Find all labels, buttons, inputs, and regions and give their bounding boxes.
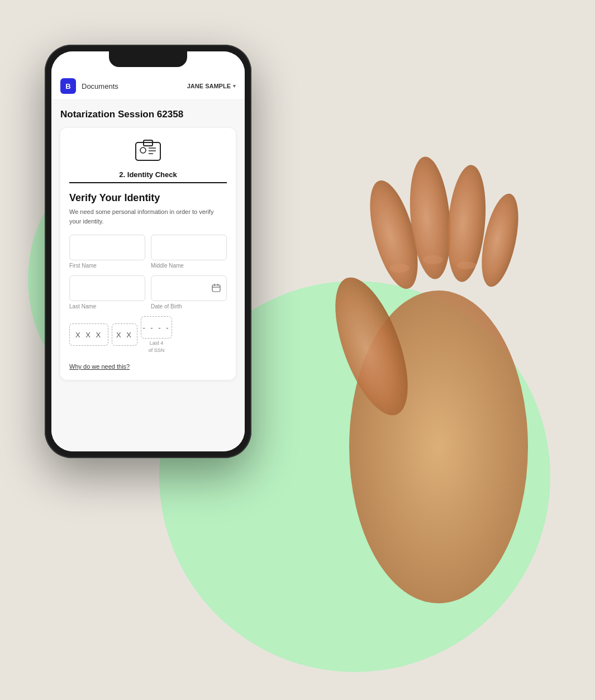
ssn-segment-3-wrapper: - - - - Last 4 of SSN xyxy=(141,316,172,353)
svg-point-14 xyxy=(443,164,490,284)
ssn-seg1-text: X X X xyxy=(75,331,102,339)
last-name-label: Last Name xyxy=(69,303,145,309)
svg-rect-0 xyxy=(136,142,160,160)
logo-letter: B xyxy=(65,82,70,91)
calendar-icon xyxy=(212,283,221,294)
first-name-field: First Name xyxy=(69,235,145,269)
ssn-row: X X X X X - - - - Last 4 xyxy=(69,316,227,353)
ssn-segment-2-wrapper: X X xyxy=(112,323,137,346)
svg-point-15 xyxy=(475,191,525,290)
identity-badge-icon xyxy=(134,138,163,165)
svg-point-12 xyxy=(360,175,427,293)
identity-card: 2. Identity Check Verify Your Identity W… xyxy=(60,128,236,380)
ssn-of-label: of SSN xyxy=(149,347,165,353)
nav-documents-link[interactable]: Documents xyxy=(82,82,118,91)
dob-label: Date of Birth xyxy=(151,303,227,309)
ssn-segment-1[interactable]: X X X xyxy=(69,323,108,346)
svg-point-17 xyxy=(423,255,443,264)
verify-title: Verify Your Identity xyxy=(69,192,227,204)
middle-name-field: Middle Name xyxy=(151,235,227,269)
first-name-label: First Name xyxy=(69,263,145,269)
ssn-segment-3[interactable]: - - - - xyxy=(141,316,172,339)
middle-name-input[interactable] xyxy=(151,235,227,260)
svg-rect-6 xyxy=(212,285,220,292)
last-name-field: Last Name xyxy=(69,275,145,309)
ssn-segment-2[interactable]: X X xyxy=(112,323,137,346)
last-name-input[interactable] xyxy=(69,275,145,301)
ssn-last4-label: Last 4 xyxy=(150,340,164,346)
verify-desc: We need some personal information in ord… xyxy=(69,207,227,226)
svg-point-18 xyxy=(457,261,476,269)
nav-chevron-icon: ▾ xyxy=(233,83,236,89)
form-row-dob: Last Name xyxy=(69,275,227,309)
page-title: Notarization Session 62358 xyxy=(60,109,236,120)
ssn-seg2-text: X X xyxy=(116,331,133,339)
dob-field: Date of Birth xyxy=(151,275,227,309)
nav-logo: B xyxy=(60,78,76,94)
step-header: 2. Identity Check xyxy=(69,138,227,183)
ssn-seg3-text: - - - - xyxy=(142,323,170,332)
phone-frame: B Documents JANE SAMPLE ▾ Notarization S… xyxy=(45,45,251,458)
nav-user-menu[interactable]: JANE SAMPLE ▾ xyxy=(187,83,236,89)
scene: B Documents JANE SAMPLE ▾ Notarization S… xyxy=(0,0,595,700)
phone-notch xyxy=(109,51,187,67)
page-content: Notarization Session 62358 xyxy=(51,100,245,451)
why-link[interactable]: Why do we need this? xyxy=(69,363,130,370)
middle-name-label: Middle Name xyxy=(151,263,227,269)
ssn-segment-1-wrapper: X X X xyxy=(69,323,108,346)
step-label: 2. Identity Check xyxy=(119,170,177,179)
dob-input[interactable] xyxy=(151,275,227,301)
first-name-input[interactable] xyxy=(69,235,145,260)
form-row-name: First Name Middle Name xyxy=(69,235,227,269)
svg-point-13 xyxy=(406,155,455,280)
svg-point-2 xyxy=(140,147,146,153)
phone-screen: B Documents JANE SAMPLE ▾ Notarization S… xyxy=(51,51,245,451)
nav-username: JANE SAMPLE xyxy=(187,83,231,89)
step-underline xyxy=(69,182,227,183)
svg-point-16 xyxy=(389,264,410,273)
